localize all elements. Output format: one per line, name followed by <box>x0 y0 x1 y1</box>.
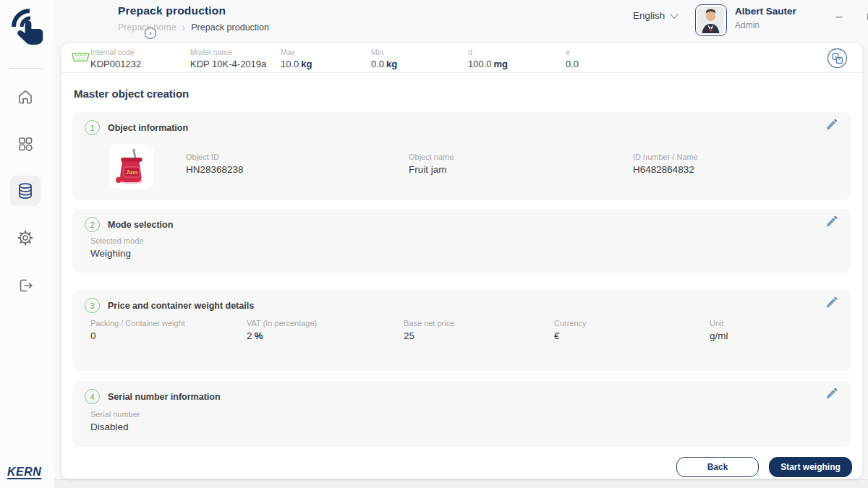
step-number-badge: 3 <box>85 298 100 313</box>
field-packing-container-weight: Packing / Container weight 0 <box>90 319 185 341</box>
breadcrumb-current: Prepack production <box>191 22 269 33</box>
device-field-model-name: Model name KDP 10K-4-2019a <box>190 48 266 69</box>
gear-icon <box>17 229 34 247</box>
object-image-fruit-jam: Jam <box>109 144 153 189</box>
section-title: Serial number information <box>108 392 221 402</box>
avatar-photo <box>697 7 724 33</box>
language-label: English <box>633 10 665 21</box>
device-field-e: e 0.0 <box>566 48 579 69</box>
step-number-badge: 2 <box>85 217 100 232</box>
pencil-icon <box>825 297 837 309</box>
start-weighing-button[interactable]: Start weighing <box>769 457 852 477</box>
device-field-min: Min 0.0kg <box>371 48 397 69</box>
sidebar-item-home[interactable] <box>10 82 41 112</box>
switch-device-icon <box>826 47 848 69</box>
section-title: Mode selection <box>108 220 173 230</box>
home-icon <box>17 88 34 106</box>
sidebar-item-logout[interactable] <box>10 270 41 301</box>
edit-price-details-button[interactable] <box>825 297 837 312</box>
sidebar-item-apps[interactable] <box>10 129 41 159</box>
pencil-icon <box>825 388 837 400</box>
main-panel: Internal code KDP001232 Model name KDP 1… <box>61 43 862 479</box>
breadcrumb: Prepack home › Prepack production <box>118 22 269 33</box>
logout-icon <box>17 277 34 294</box>
app-logo-touch-icon <box>6 4 48 52</box>
svg-text:Jam: Jam <box>125 168 137 176</box>
user-info: Albert Sauter Admin <box>735 6 796 30</box>
sidebar: KERN <box>0 0 54 488</box>
field-vat-percentage: VAT (In percentage) 2% <box>247 319 317 341</box>
sidebar-collapse-button[interactable]: › <box>145 27 156 39</box>
field-serial-number: Serial number Disabled <box>90 410 140 432</box>
top-header: Prepack production Prepack home › Prepac… <box>54 0 868 43</box>
user-name: Albert Sauter <box>735 6 796 17</box>
field-id-number-name: ID number / Name H6482864832 <box>633 153 698 175</box>
user-role: Admin <box>735 20 796 30</box>
card-serial-number-information: 4 Serial number information Serial numbe… <box>72 381 851 447</box>
card-object-information: 1 Object information Jam Object <box>72 112 851 200</box>
edit-object-information-button[interactable] <box>825 119 837 134</box>
sidebar-divider <box>9 68 44 69</box>
chevron-down-icon <box>671 10 678 18</box>
device-field-max: Max 10.0kg <box>281 48 312 69</box>
apps-grid-icon <box>17 135 34 153</box>
connector-port-icon <box>72 52 90 65</box>
field-object-name: Object name Fruit jam <box>409 153 454 175</box>
window-bottom-edge <box>54 479 868 488</box>
field-object-id: Object ID HN28368238 <box>186 153 244 175</box>
section-title: Price and container weight details <box>108 301 254 311</box>
page-title: Prepack production <box>118 4 269 17</box>
kern-brand-logo: KERN <box>7 466 41 479</box>
section-heading: Master object creation <box>74 87 189 100</box>
breadcrumb-separator-icon: › <box>182 22 186 33</box>
device-field-internal-code: Internal code KDP001232 <box>90 48 141 69</box>
device-field-d: d 100.0mg <box>468 48 508 69</box>
pencil-icon <box>825 216 837 228</box>
sidebar-item-database[interactable] <box>10 176 41 206</box>
field-currency: Currency € <box>554 319 587 341</box>
device-info-bar: Internal code KDP001232 Model name KDP 1… <box>61 43 862 73</box>
database-icon <box>16 181 35 200</box>
step-number-badge: 4 <box>85 389 100 404</box>
step-number-badge: 1 <box>85 120 100 135</box>
card-mode-selection: 2 Mode selection Selected mode Weighing <box>72 209 851 273</box>
pencil-icon <box>825 119 837 131</box>
user-avatar[interactable] <box>695 4 727 36</box>
field-base-net-price: Base net price 25 <box>404 319 454 341</box>
section-title: Object information <box>108 123 188 133</box>
field-selected-mode: Selected mode Weighing <box>90 236 143 259</box>
switch-device-button[interactable] <box>826 47 848 72</box>
sidebar-item-settings[interactable] <box>10 223 41 253</box>
card-price-container-weight: 3 Price and container weight details Pac… <box>72 290 851 371</box>
field-unit: Unit g/ml <box>710 319 728 341</box>
back-button[interactable]: Back <box>676 457 759 477</box>
language-selector[interactable]: English <box>633 10 677 21</box>
edit-mode-selection-button[interactable] <box>825 216 837 231</box>
window-maximize-button[interactable] <box>861 7 868 26</box>
edit-serial-number-button[interactable] <box>825 388 837 403</box>
window-minimize-button[interactable]: – <box>830 7 848 26</box>
